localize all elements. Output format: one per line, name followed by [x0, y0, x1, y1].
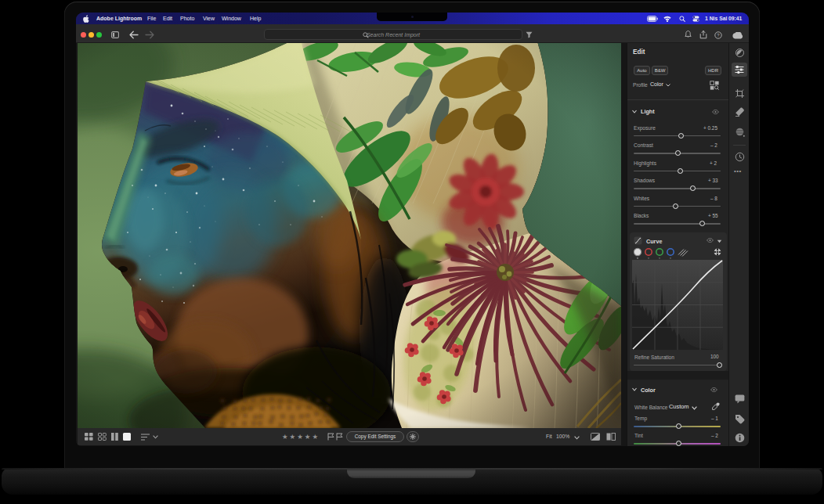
svg-text:?: ?	[717, 33, 720, 38]
